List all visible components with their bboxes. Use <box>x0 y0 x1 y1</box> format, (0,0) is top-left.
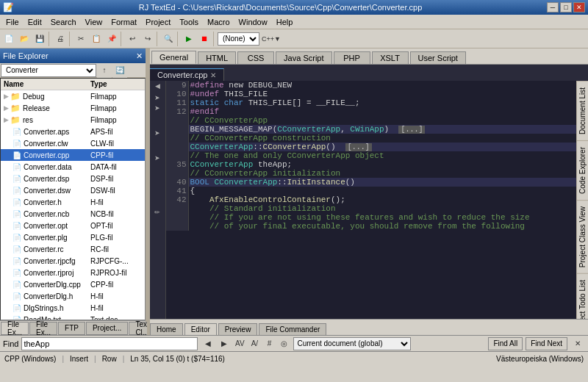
tab-html[interactable]: HTML <box>198 51 236 64</box>
titlebar: 📝 RJ TextEd - C:\Users\Rickard\Documents… <box>0 0 588 15</box>
tree-item-Release[interactable]: ▶📁ReleaseFilmapp <box>1 102 145 114</box>
tree-item-ReadMe-txt[interactable]: 📄ReadMe.txtText doc... <box>1 314 145 320</box>
gutter-collapse-btn[interactable]: ◀ <box>150 81 165 91</box>
file-tab-close-icon[interactable]: ✕ <box>210 71 216 79</box>
vtab-project-class[interactable]: Project Class View <box>577 200 588 273</box>
paste-button[interactable]: 📌 <box>104 32 119 46</box>
tab-xslt[interactable]: XSLT <box>372 51 409 64</box>
fe-up-button[interactable]: ↑ <box>97 63 112 78</box>
menu-item-search[interactable]: Search <box>46 16 81 28</box>
menu-item-project[interactable]: Project <box>141 16 175 28</box>
tree-item-Converter-rjproj[interactable]: 📄Converter.rjprojRJPROJ-fil <box>1 267 145 278</box>
tree-item-ConverterDlg-h[interactable]: 📄ConverterDlg.hH-fil <box>1 290 145 302</box>
editor-btab-home[interactable]: Home <box>150 323 183 335</box>
tab-java-script[interactable]: Java Script <box>276 51 331 64</box>
stop-button[interactable]: ⏹ <box>197 32 212 46</box>
tree-item-Converter-dsw[interactable]: 📄Converter.dswDSW-fil <box>1 184 145 196</box>
file-icon: 📄 <box>12 304 21 312</box>
find-all-button[interactable]: Find All <box>488 337 523 350</box>
expand-arrow-icon: ▶ <box>4 116 9 123</box>
gutter-arrow4-btn[interactable]: ➤ <box>150 153 165 163</box>
item-name: DlgStrings.h <box>24 304 90 312</box>
menu-item-edit[interactable]: Edit <box>24 16 46 28</box>
open-button[interactable]: 📂 <box>17 32 32 46</box>
menu-item-file[interactable]: File <box>1 16 24 28</box>
fe-tab-file-ex---[interactable]: File Ex... <box>29 322 57 335</box>
gutter-arrow2-btn[interactable]: ➤ <box>150 103 165 113</box>
find-option3[interactable]: # <box>262 336 276 351</box>
tree-item-Converter-rc[interactable]: 📄Converter.rcRC-fil <box>1 243 145 255</box>
fe-close-icon[interactable]: ✕ <box>136 51 143 61</box>
tree-item-Converter-cpp[interactable]: 📄Converter.cppCPP-fil <box>1 149 145 161</box>
vtab-document-list[interactable]: Document List <box>577 81 588 140</box>
undo-button[interactable]: ↩ <box>125 32 140 46</box>
gutter-arrow3-btn[interactable]: ➤ <box>150 128 165 138</box>
editor-btab-editor[interactable]: Editor <box>184 323 217 335</box>
file-tab-converter-cpp[interactable]: Converter.cpp ✕ <box>150 68 224 81</box>
code-table: 9 #define new DEBUG_NEW 10 #undef THIS_F… <box>166 81 576 231</box>
fe-folder-dropdown[interactable]: Converter <box>1 64 96 77</box>
tree-item-DlgStrings-h[interactable]: 📄DlgStrings.hH-fil <box>1 302 145 314</box>
toolbar-dropdown[interactable]: (None) <box>218 32 259 46</box>
cpp-button[interactable]: C++▼ <box>260 32 282 46</box>
editor-btab-preview[interactable]: Preview <box>218 323 258 335</box>
code-editor[interactable]: 9 #define new DEBUG_NEW 10 #undef THIS_F… <box>166 81 576 319</box>
editor-btab-file-commander[interactable]: File Commander <box>259 323 326 335</box>
copy-button[interactable]: 📋 <box>89 32 104 46</box>
save-button[interactable]: 💾 <box>32 32 47 46</box>
line-number: 10 <box>166 90 188 98</box>
find-option2[interactable]: A/ <box>248 336 261 351</box>
close-button[interactable]: ✕ <box>573 2 585 12</box>
vtab-code-explorer[interactable]: Code Explorer <box>577 140 588 200</box>
tree-item-Debug[interactable]: ▶📁DebugFilmapp <box>1 90 145 102</box>
run-button[interactable]: ▶ <box>182 32 196 46</box>
minimize-button[interactable]: ─ <box>547 2 559 12</box>
table-row: 41 { <box>166 187 576 195</box>
tree-item-Converter-data[interactable]: 📄Converter.dataDATA-fil <box>1 161 145 173</box>
item-name: Converter.clw <box>24 140 90 148</box>
menu-item-macro[interactable]: Macro <box>203 16 234 28</box>
table-row: CConverterApp::CConverterApp() [...] <box>166 143 576 151</box>
tree-item-Converter-ncb[interactable]: 📄Converter.ncbNCB-fil <box>1 208 145 220</box>
fe-tab-file-ex---[interactable]: File Ex... <box>1 322 29 335</box>
maximize-button[interactable]: □ <box>560 2 572 12</box>
tree-item-res[interactable]: ▶📁resFilmapp <box>1 114 145 126</box>
find-scope-dropdown[interactable]: Current document (global) <box>293 337 411 350</box>
vtab-project-todo[interactable]: Project Todo List <box>577 273 588 319</box>
redo-button[interactable]: ↪ <box>140 32 155 46</box>
tab-css[interactable]: CSS <box>237 51 274 64</box>
find-input[interactable] <box>21 337 198 350</box>
find-next-button[interactable]: Find Next <box>526 337 567 350</box>
cut-button[interactable]: ✂ <box>74 32 88 46</box>
tree-item-Converter-h[interactable]: 📄Converter.hH-fil <box>1 196 145 208</box>
tab-php[interactable]: PHP <box>334 51 370 64</box>
tree-item-ConverterDlg-cpp[interactable]: 📄ConverterDlg.cppCPP-fil <box>1 278 145 290</box>
find-option1[interactable]: AV <box>233 336 246 351</box>
menu-item-view[interactable]: View <box>81 16 107 28</box>
tree-item-Converter-opt[interactable]: 📄Converter.optOPT-fil <box>1 220 145 231</box>
menu-item-window[interactable]: Window <box>234 16 272 28</box>
find-next-icon[interactable]: ▶ <box>217 336 232 351</box>
tree-item-Converter-plg[interactable]: 📄Converter.plgPLG-fil <box>1 231 145 243</box>
gutter-arrow-btn[interactable]: ➤ <box>150 93 165 103</box>
tree-item-Converter-clw[interactable]: 📄Converter.clwCLW-fil <box>1 137 145 149</box>
tree-item-Converter-rjpcfg[interactable]: 📄Converter.rjpcfgRJPCFG-... <box>1 255 145 267</box>
tab-general[interactable]: General <box>151 51 196 64</box>
fe-tab-ftp[interactable]: FTP <box>58 322 85 335</box>
menu-item-help[interactable]: Help <box>272 16 298 28</box>
line-number <box>166 143 188 151</box>
find-close-icon[interactable]: ✕ <box>570 336 585 351</box>
menu-item-tools[interactable]: Tools <box>175 16 203 28</box>
tree-item-Converter-aps[interactable]: 📄Converter.apsAPS-fil <box>1 126 145 137</box>
new-button[interactable]: 📄 <box>1 32 16 46</box>
tab-user-script[interactable]: User Script <box>410 51 466 64</box>
find-option4[interactable]: ◎ <box>277 336 290 351</box>
search-button[interactable]: 🔍 <box>161 32 176 46</box>
fe-refresh-button[interactable]: 🔄 <box>112 63 127 78</box>
fe-tab-project---[interactable]: Project... <box>86 322 128 335</box>
item-name: Converter.opt <box>24 222 90 230</box>
print-button[interactable]: 🖨 <box>53 32 68 46</box>
tree-item-Converter-dsp[interactable]: 📄Converter.dspDSP-fil <box>1 173 145 184</box>
find-prev-icon[interactable]: ◀ <box>201 336 215 351</box>
menu-item-format[interactable]: Format <box>107 16 141 28</box>
